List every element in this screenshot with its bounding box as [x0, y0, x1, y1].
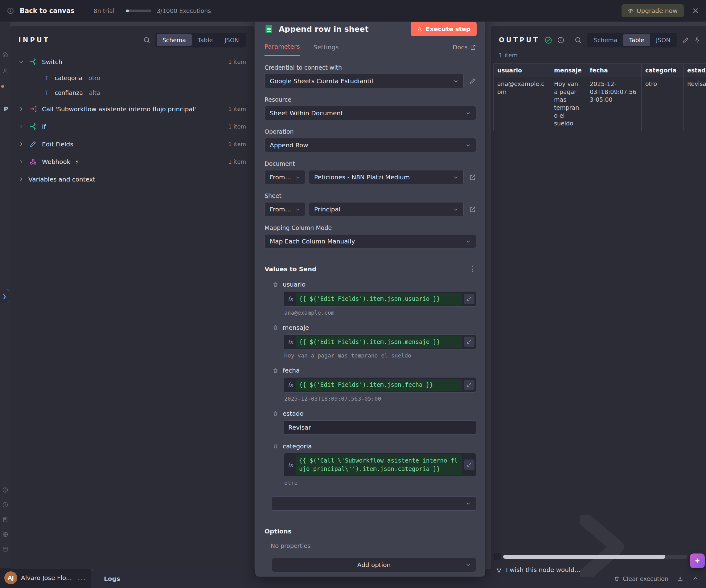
- options-empty-text: No properties: [271, 542, 476, 549]
- chevron-down-icon: [296, 175, 300, 180]
- tree-node-if[interactable]: If 1 item: [18, 118, 246, 135]
- open-expression-editor-icon[interactable]: [464, 294, 474, 304]
- node-feedback-link[interactable]: I wish this node would...: [496, 566, 580, 574]
- chevron-down-icon: [18, 59, 24, 65]
- edit-output-icon[interactable]: [682, 37, 689, 43]
- credential-label: Credential to connect with: [265, 64, 476, 71]
- scroll-left-button[interactable]: [494, 553, 501, 560]
- updates-icon[interactable]: [2, 502, 8, 509]
- tab-parameters[interactable]: Parameters: [265, 43, 300, 56]
- output-tab-schema[interactable]: Schema: [588, 34, 623, 46]
- tree-field-categoria[interactable]: T categoria otro: [18, 71, 246, 85]
- tree-node-variables[interactable]: Variables and context: [18, 170, 246, 188]
- cell-fecha: 2025-12-03T18:09:07.563-05:00: [586, 77, 641, 131]
- topbar: Back to canvas 8n trial 3/1000 Execution…: [0, 0, 706, 22]
- edit-fields-node-icon: [28, 140, 38, 148]
- upgrade-now-button[interactable]: Upgrade now: [622, 4, 684, 17]
- delete-field-icon[interactable]: [273, 411, 278, 416]
- sheet-mode-select[interactable]: From list: [265, 202, 305, 216]
- mensaje-expression-input[interactable]: fx {{ $('Edit Fields').item.json.mensaje…: [284, 334, 476, 350]
- execute-step-button[interactable]: Execute step: [410, 22, 477, 36]
- switch-node-icon: [28, 58, 38, 66]
- edit-credential-icon[interactable]: [469, 78, 476, 84]
- subworkflow-node-icon: [28, 105, 38, 113]
- categoria-expression-input[interactable]: fx {{ $('Call \'Subworkflow asistente in…: [284, 453, 476, 477]
- operation-select[interactable]: Append Row: [265, 138, 476, 152]
- output-info-icon[interactable]: [557, 36, 564, 44]
- community-icon[interactable]: [2, 531, 8, 539]
- chevron-down-icon: [466, 111, 471, 116]
- input-collapse-arrow[interactable]: ❯: [0, 289, 9, 303]
- add-value-select[interactable]: [272, 497, 476, 511]
- input-panel: INPUT Schema Table JSON Switch 1: [10, 26, 254, 569]
- value-field-mensaje: mensaje fx {{ $('Edit Fields').item.json…: [284, 324, 476, 359]
- logs-title[interactable]: Logs: [104, 575, 120, 582]
- fx-badge: fx: [285, 296, 296, 302]
- templates-icon[interactable]: [2, 546, 8, 553]
- resource-select[interactable]: Sheet Within Document: [265, 106, 476, 120]
- avatar[interactable]: AJ: [4, 571, 17, 584]
- tree-node-switch[interactable]: Switch 1 item: [18, 53, 246, 71]
- document-mode-select[interactable]: From list: [265, 170, 305, 184]
- tree-field-confianza[interactable]: T confianza alta: [18, 85, 246, 100]
- input-tab-table[interactable]: Table: [192, 34, 219, 46]
- output-tab-json[interactable]: JSON: [650, 34, 676, 46]
- open-expression-editor-icon[interactable]: [464, 460, 474, 470]
- document-value-select[interactable]: Peticiones - N8N Platzi Medium: [309, 170, 464, 184]
- back-to-canvas-link[interactable]: Back to canvas: [20, 7, 75, 14]
- notification-dot: [1, 85, 4, 88]
- fecha-expression-input[interactable]: fx {{ $('Edit Fields').item.json.fecha }…: [284, 377, 476, 393]
- delete-field-icon[interactable]: [273, 325, 278, 330]
- output-tab-table[interactable]: Table: [623, 34, 650, 46]
- sheet-value-select[interactable]: Principal: [309, 202, 464, 216]
- tree-node-label: Switch: [42, 58, 62, 66]
- input-tab-schema[interactable]: Schema: [157, 34, 192, 46]
- resource-label: Resource: [265, 96, 476, 103]
- help-icon[interactable]: [2, 487, 8, 494]
- close-ndv-icon[interactable]: [692, 7, 699, 14]
- value-field-usuario: usuario fx {{ $('Edit Fields').item.json…: [284, 281, 476, 316]
- estado-input[interactable]: [284, 420, 476, 434]
- input-tab-json[interactable]: JSON: [219, 34, 245, 46]
- project-initial[interactable]: P: [4, 106, 8, 113]
- delete-field-icon[interactable]: [273, 368, 278, 374]
- personal-icon[interactable]: [2, 68, 8, 75]
- delete-field-icon[interactable]: [273, 443, 278, 449]
- values-menu-kebab-icon[interactable]: ⋮: [469, 265, 476, 273]
- overview-icon[interactable]: [2, 51, 8, 58]
- scrollbar-thumb[interactable]: [503, 555, 665, 559]
- delete-field-icon[interactable]: [273, 282, 278, 288]
- expression-result: otro: [284, 479, 476, 486]
- ai-assistant-button[interactable]: ✦: [690, 553, 705, 568]
- pin-data-icon[interactable]: [694, 37, 700, 43]
- column-header: usuario: [494, 64, 550, 77]
- node-title: Append row in sheet: [279, 25, 406, 34]
- string-type-icon: T: [45, 89, 48, 96]
- output-search-icon[interactable]: [574, 36, 582, 44]
- tree-node-edit-fields[interactable]: Edit Fields 1 item: [18, 135, 246, 153]
- document-label: Document: [265, 160, 476, 167]
- column-header: mensaje: [550, 64, 586, 77]
- user-menu-ellipsis-icon[interactable]: ...: [78, 574, 87, 582]
- add-option-select[interactable]: Add option: [272, 558, 476, 572]
- tree-node-subworkflow[interactable]: Call 'Subworkflow asistente interno fluj…: [18, 100, 246, 118]
- usuario-expression-input[interactable]: fx {{ $('Edit Fields').item.json.usuario…: [284, 291, 476, 307]
- open-expression-editor-icon[interactable]: [464, 337, 474, 347]
- docs-link[interactable]: Docs: [453, 43, 476, 56]
- open-sheet-external-icon[interactable]: [469, 206, 476, 213]
- input-search-icon[interactable]: [143, 36, 151, 44]
- tree-node-webhook[interactable]: Webhook 1 item: [18, 153, 246, 170]
- cell-estado: Revisar: [683, 77, 706, 131]
- docs-rail-icon[interactable]: [2, 516, 8, 524]
- mapping-mode-select[interactable]: Map Each Column Manually: [265, 234, 476, 248]
- user-name: Alvaro Jose Flo...: [21, 574, 74, 582]
- value-field-estado: estado: [284, 410, 476, 434]
- tab-settings[interactable]: Settings: [313, 43, 339, 56]
- output-horizontal-scrollbar: [494, 553, 688, 560]
- section-divider: [255, 258, 485, 258]
- webhook-node-icon: [28, 158, 38, 166]
- open-expression-editor-icon[interactable]: [464, 380, 474, 390]
- open-document-external-icon[interactable]: [469, 174, 476, 180]
- node-parameters-form: Credential to connect with Google Sheets…: [255, 56, 485, 577]
- credential-select[interactable]: Google Sheets Cuenta Estudiantil: [265, 74, 464, 88]
